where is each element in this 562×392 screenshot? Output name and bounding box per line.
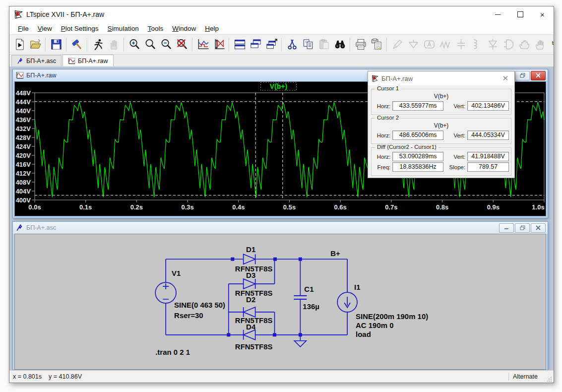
schematic-window-titlebar[interactable]: БП-А+.asc (13, 222, 548, 234)
cursor1-horz-field[interactable]: 433.55977ms (392, 101, 443, 111)
diff-slope-field[interactable]: 789.57 (467, 162, 509, 172)
find-icon[interactable] (332, 37, 347, 52)
v1-name[interactable]: V1 (172, 269, 181, 277)
cursor2-vert-label: Vert: (446, 132, 465, 138)
inductor-icon (469, 37, 484, 52)
tab-label: БП-А+.asc (26, 58, 56, 65)
maximize-button[interactable] (509, 7, 531, 22)
minimize-button[interactable] (487, 7, 509, 22)
cursor-dialog-titlebar[interactable]: БП-А+.raw ✕ (368, 71, 514, 85)
toolbar-separator (386, 38, 387, 52)
y-tick-label: 444V (16, 98, 31, 106)
i1-name[interactable]: I1 (354, 283, 360, 291)
net-label-bplus[interactable]: B+ (330, 249, 340, 258)
i1-symbol[interactable] (337, 292, 357, 312)
open-file-icon[interactable] (28, 37, 43, 52)
plot-close-button[interactable] (531, 71, 546, 80)
c1-symbol[interactable] (294, 296, 307, 299)
tile-windows-icon[interactable] (232, 37, 247, 52)
run-icon[interactable] (90, 37, 105, 52)
x-tick-label: 0.5s (283, 203, 296, 211)
save-icon[interactable] (49, 37, 63, 52)
v1-value[interactable]: SINE(0 463 50) (174, 301, 225, 309)
d4-value[interactable]: RFN5TF8S (235, 342, 273, 351)
x-tick-label: 0.6s (334, 203, 347, 211)
v1-symbol[interactable] (155, 282, 176, 303)
cursor-dialog-close-icon[interactable]: ✕ (499, 74, 511, 83)
menu-tools[interactable]: Tools (143, 23, 168, 34)
menu-view[interactable]: View (33, 23, 57, 34)
i1-load[interactable]: load (356, 330, 371, 338)
schematic-close-button[interactable] (531, 223, 546, 233)
c1-value[interactable]: 136µ (303, 302, 319, 311)
cursor-dialog[interactable]: БП-А+.raw ✕ Cursor 1 V(b+) Horz: 433.559… (368, 71, 515, 178)
cursor1-vert-label: Vert: (446, 103, 465, 109)
tab-waveform[interactable]: БП-А+.raw (62, 55, 114, 66)
diode-icon (485, 37, 500, 52)
move-icon (517, 37, 532, 52)
cut-icon[interactable] (285, 37, 300, 52)
d4-diode-symbol[interactable] (244, 330, 255, 340)
arrange-windows-icon[interactable] (264, 37, 279, 52)
menu-simulation[interactable]: Simulation (103, 23, 143, 34)
x-tick-label: 0.4s (232, 203, 245, 211)
d3-name[interactable]: D3 (246, 271, 255, 279)
schematic-minimize-button[interactable] (499, 223, 514, 233)
menu-help[interactable]: Help (200, 23, 223, 34)
cursor1-horz-label: Horz: (374, 103, 390, 109)
print-preview-icon[interactable] (369, 37, 384, 52)
d3-diode-symbol[interactable] (244, 279, 255, 289)
desktop: LTspice XVII - БП-А+.raw × File View Plo… (0, 0, 562, 392)
diff-horz-field[interactable]: 53.090289ms (392, 152, 443, 161)
d2-name[interactable]: D2 (246, 295, 255, 304)
diff-vert-field[interactable]: 41.918488V (467, 152, 509, 161)
i1-value[interactable]: SINE(200m 190m 10) (356, 312, 428, 321)
zoom-full-extents-icon[interactable] (175, 37, 189, 52)
component-icon (501, 37, 516, 52)
resize-grip[interactable] (546, 376, 553, 383)
zoom-in-icon[interactable] (127, 37, 142, 52)
d1-name[interactable]: D1 (246, 245, 255, 254)
close-button[interactable]: × (531, 7, 554, 22)
cascade-windows-icon[interactable] (248, 37, 263, 52)
tab-label: БП-А+.raw (78, 58, 108, 65)
control-panel-icon[interactable] (69, 37, 84, 52)
waveform-tab-icon (68, 58, 75, 65)
tab-schematic[interactable]: БП-А+.asc (11, 55, 62, 66)
zoom-out-icon[interactable] (159, 37, 174, 52)
c1-name[interactable]: C1 (304, 285, 313, 293)
menu-file[interactable]: File (13, 23, 33, 34)
schematic-tab-icon (17, 58, 24, 65)
tab-bar: БП-А+.asc БП-А+.raw (9, 55, 554, 67)
v1-rser[interactable]: Rser=30 (174, 311, 203, 320)
menu-window[interactable]: Window (168, 23, 200, 34)
print-icon[interactable] (353, 37, 368, 52)
plot-restore-button[interactable] (515, 71, 530, 80)
spice-directive[interactable]: .tran 0 2 1 (155, 348, 190, 356)
menu-plot-settings[interactable]: Plot Settings (57, 23, 103, 34)
x-tick-label: 0.8s (436, 203, 448, 211)
d4-name[interactable]: D4 (246, 323, 256, 331)
cursor-dialog-title: БП-А+.raw (381, 75, 413, 82)
schematic-canvas[interactable]: V1 SINE(0 463 50) Rser=30 D1 RFN5TF8S D3… (14, 234, 546, 370)
d1-diode-symbol[interactable] (244, 254, 255, 264)
new-schematic-icon[interactable] (12, 37, 27, 52)
cursor2-legend: Cursor 2 (375, 115, 401, 121)
undo-icon[interactable] (549, 37, 554, 52)
autorange-icon[interactable] (195, 37, 210, 52)
status-bar: x = 0.801s y = 410.86V Alternate (9, 370, 554, 383)
schematic-window: БП-А+.asc (12, 221, 548, 370)
cursor2-vert-field[interactable]: 444.05334V (467, 131, 509, 140)
zoom-back-icon[interactable] (143, 37, 158, 52)
schematic-restore-button[interactable] (515, 223, 530, 233)
trace-label[interactable]: V(b+) (270, 82, 287, 90)
y-tick-label: 416V (16, 161, 31, 168)
resistor-icon (437, 37, 452, 52)
ground-symbol[interactable] (294, 341, 306, 347)
cursor2-horz-field[interactable]: 486.65006ms (392, 131, 443, 140)
cursor1-vert-field[interactable]: 402.13486V (467, 101, 509, 111)
copy-icon[interactable] (301, 37, 315, 52)
diff-freq-field[interactable]: 18.835836Hz (392, 162, 443, 172)
i1-ac[interactable]: AC 190m 0 (356, 321, 393, 329)
autorange-vertical-icon[interactable] (211, 37, 226, 52)
